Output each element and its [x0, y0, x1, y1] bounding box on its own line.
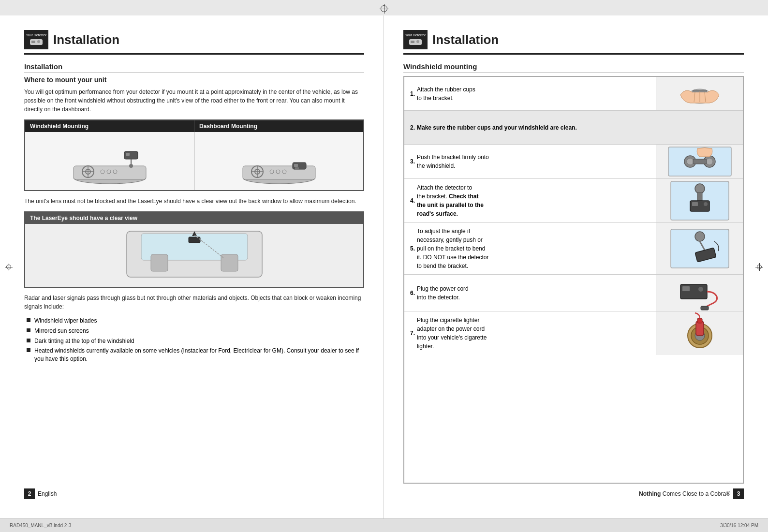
step1-svg [666, 78, 734, 109]
step-text-3: 3. Push the bracket firmly ontothe winds… [404, 145, 656, 178]
step6-svg [666, 275, 734, 311]
steps-container: 1. Attach the rubber cupsto the bracket. [403, 76, 744, 484]
reg-mark-top [0, 0, 768, 14]
reg-mark-left [5, 263, 13, 271]
step-content-3: Push the bracket firmly ontothe windshie… [417, 153, 489, 170]
bullet-square-0 [27, 318, 30, 322]
svg-rect-13 [126, 153, 130, 156]
bullet-square-3 [27, 348, 30, 352]
bullet-item-0: Windshield wiper blades [27, 317, 364, 325]
bullet-list: Windshield wiper blades Mirrored sun scr… [24, 317, 364, 365]
svg-rect-36 [411, 41, 414, 43]
svg-point-37 [416, 40, 419, 43]
svg-rect-32 [189, 237, 200, 243]
right-page-footer: Nothing Comes Close to a Cobra® 3 [403, 484, 744, 499]
svg-rect-60 [682, 286, 690, 291]
step-number-3: 3. [410, 157, 415, 166]
step5-svg [666, 227, 734, 270]
step-row-3: 3. Push the bracket firmly ontothe winds… [404, 145, 743, 179]
reg-mark-top-center [379, 4, 389, 14]
lasereye-header: The LaserEye should have a clear view [25, 212, 363, 224]
step7-svg [666, 311, 734, 355]
step-text-1: 1. Attach the rubber cupsto the bracket. [404, 77, 656, 110]
left-body-text-3: Radar and laser signals pass through gla… [24, 294, 364, 311]
detector-svg-right [408, 37, 423, 46]
step-content-4: Attach the detector tothe bracket. Check… [417, 183, 484, 218]
svg-point-15 [129, 164, 133, 168]
svg-rect-62 [701, 306, 709, 310]
step4-svg [666, 179, 734, 222]
svg-point-54 [704, 202, 708, 206]
step-image-7 [656, 311, 743, 355]
svg-point-61 [698, 287, 703, 292]
step-row-2: 2. Make sure the rubber cups and your wi… [404, 111, 743, 145]
right-tagline: Nothing Comes Close to a Cobra® [639, 490, 730, 497]
dashboard-mounting-image [194, 132, 363, 190]
bullet-item-1: Mirrored sun screens [27, 327, 364, 335]
step-number-4: 4. [410, 196, 415, 205]
right-page-title: Installation [432, 32, 499, 47]
tagline-rest: Comes Close to a Cobra® [661, 490, 730, 497]
step-image-1 [656, 77, 743, 110]
right-page-header: Your Detector Installation [403, 30, 744, 55]
svg-point-50 [695, 184, 705, 193]
step-image-3 [656, 145, 743, 178]
reg-mark-right [755, 263, 763, 271]
step-text-5: 5. To adjust the angle ifnecessary, gent… [404, 223, 656, 274]
windshield-mounting-svg [71, 137, 148, 185]
detector-svg-left [29, 37, 44, 46]
step-row-6: 6. Plug the power cordinto the detector. [404, 275, 743, 311]
svg-point-47 [706, 158, 713, 165]
step-number-6: 6. [410, 289, 415, 297]
step-content-5: To adjust the angle ifnecessary, gently … [417, 227, 489, 270]
windshield-mounting-image [25, 132, 194, 190]
step-content-7: Plug the cigarette lighteradapter on the… [417, 316, 487, 351]
mounting-table: Windshield Mounting Dashboard Mounting [24, 119, 364, 191]
bullet-text-2: Dark tinting at the top of the windshiel… [34, 337, 134, 345]
svg-point-45 [687, 158, 694, 165]
right-page-number: 3 [733, 488, 744, 499]
step-text-2: 2. Make sure the rubber cups and your wi… [404, 111, 743, 144]
step-image-6 [656, 275, 743, 311]
bottom-bar-left: RAD450_MANL_vB.indd 2-3 [10, 523, 71, 528]
left-page-number: 2 [24, 488, 35, 499]
lasereye-svg [117, 226, 272, 284]
left-page-language: English [38, 490, 57, 497]
step-number-1: 1. [410, 89, 415, 98]
left-page-footer: 2 English [24, 484, 364, 499]
page-left: Your Detector Installation Installation … [0, 15, 384, 518]
svg-rect-30 [151, 254, 168, 271]
your-detector-label-right: Your Detector [405, 33, 426, 37]
lasereye-image [25, 224, 363, 287]
svg-rect-31 [221, 254, 238, 271]
step-text-6: 6. Plug the power cordinto the detector. [404, 275, 656, 311]
tagline-nothing: Nothing [639, 490, 661, 497]
dashboard-mounting-svg [240, 137, 318, 185]
right-section-title: Windshield mounting [403, 62, 744, 73]
left-page-header: Your Detector Installation [24, 30, 364, 55]
step-content-1: Attach the rubber cupsto the bracket. [417, 85, 475, 103]
svg-rect-4 [74, 166, 146, 179]
step3-svg [666, 145, 734, 178]
bullet-text-3: Heated windshields currently available o… [34, 347, 364, 363]
step-image-5 [656, 223, 743, 274]
svg-point-56 [695, 232, 705, 241]
step-number-2: 2. [410, 123, 415, 132]
mounting-table-header: Windshield Mounting Dashboard Mounting [25, 120, 363, 132]
page-container: Your Detector Installation Installation … [0, 0, 768, 532]
step-row-1: 1. Attach the rubber cupsto the bracket. [404, 77, 743, 111]
bullet-text-1: Mirrored sun screens [34, 327, 89, 335]
bullet-square-2 [27, 339, 30, 342]
step-content-2: Make sure the rubber cups and your winds… [417, 123, 577, 132]
your-detector-label-left: Your Detector [26, 33, 47, 37]
step-content-6: Plug the power cordinto the detector. [417, 284, 469, 302]
bullet-item-2: Dark tinting at the top of the windshiel… [27, 337, 364, 345]
step-row-4: 4. Attach the detector tothe bracket. Ch… [404, 179, 743, 223]
step-image-4 [656, 179, 743, 222]
mounting-images-row [25, 132, 363, 190]
svg-rect-27 [295, 167, 299, 169]
left-page-title: Installation [53, 32, 119, 47]
pages-row: Your Detector Installation Installation … [0, 15, 768, 518]
step-row-5: 5. To adjust the angle ifnecessary, gent… [404, 223, 743, 275]
left-section-title: Installation [24, 62, 364, 73]
